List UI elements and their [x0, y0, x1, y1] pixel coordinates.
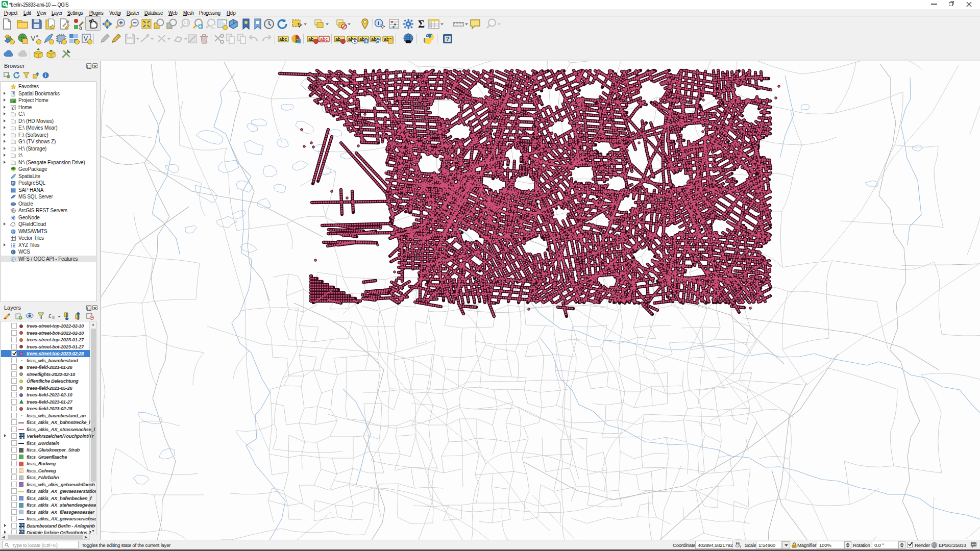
svg-text:?: ?	[446, 36, 450, 42]
svg-text:P: P	[12, 182, 14, 185]
svg-text:V: V	[31, 34, 36, 42]
svg-text:a: a	[79, 25, 82, 30]
svg-text:abc: abc	[279, 37, 287, 42]
svg-text:abc: abc	[320, 37, 328, 42]
svg-text:V: V	[84, 35, 88, 42]
svg-text:ab: ab	[335, 37, 341, 42]
svg-text:i: i	[378, 20, 379, 26]
svg-text:i: i	[45, 73, 46, 78]
svg-text:ab: ab	[308, 37, 314, 42]
svg-text:1:1: 1:1	[184, 21, 188, 24]
svg-text:Σ: Σ	[418, 18, 425, 30]
svg-text:ε: ε	[48, 312, 52, 319]
